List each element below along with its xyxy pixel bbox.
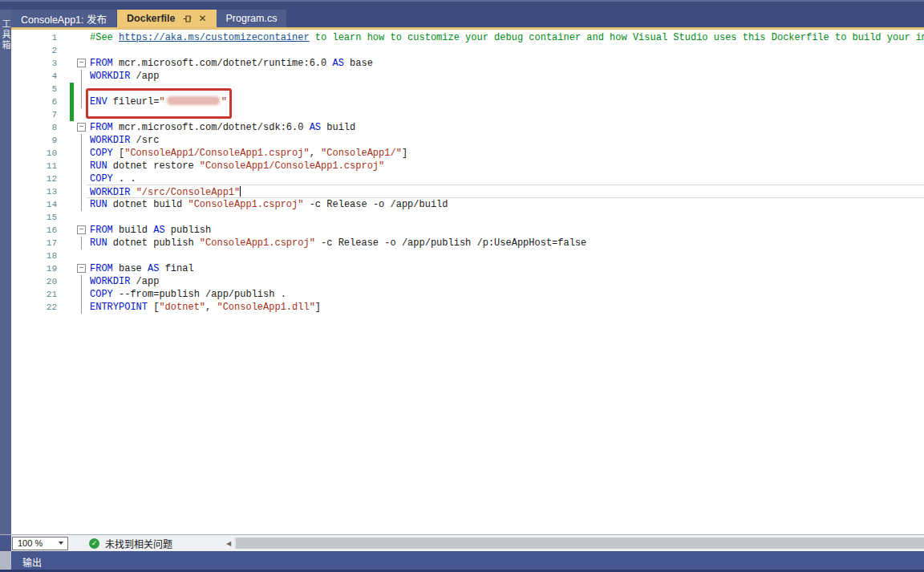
code-token: [	[113, 148, 124, 159]
code-text[interactable]: #See https://aka.ms/customizecontainer t…	[90, 32, 924, 43]
fold-toggle-icon[interactable]: −	[77, 264, 86, 273]
scrollbar-thumb[interactable]	[236, 538, 924, 549]
code-line[interactable]: 17RUN dotnet publish "ConsoleApp1.csproj…	[11, 237, 924, 249]
code-text[interactable]: RUN dotnet build "ConsoleApp1.csproj" -c…	[90, 199, 448, 210]
code-text[interactable]: COPY . .	[90, 173, 136, 185]
line-number: 5	[11, 84, 57, 94]
code-token: /src	[130, 135, 159, 146]
code-text[interactable]: FROM mcr.microsoft.com/dotnet/runtime:6.…	[90, 58, 373, 69]
code-text[interactable]: ENTRYPOINT ["dotnet", "ConsoleApp1.dll"]	[90, 302, 321, 313]
code-text[interactable]: FROM mcr.microsoft.com/dotnet/sdk:6.0 AS…	[90, 122, 355, 133]
outlining-margin	[71, 172, 90, 185]
code-token: ]	[315, 302, 321, 313]
fold-toggle-icon[interactable]: −	[77, 59, 86, 67]
code-line[interactable]: 22ENTRYPOINT ["dotnet", "ConsoleApp1.dll…	[11, 301, 924, 314]
code-token: "ConsoleApp1.csproj"	[200, 237, 315, 249]
code-token: [	[148, 302, 159, 313]
zoom-level-dropdown[interactable]: 100 %	[12, 537, 68, 550]
line-number: 7	[11, 110, 57, 120]
code-line[interactable]: 19−FROM base AS final	[11, 262, 924, 275]
tab-label: ConsoleApp1: 发布	[21, 11, 107, 26]
toolbox-vertical-label[interactable]: 工具箱	[0, 19, 11, 51]
outlining-margin: −	[71, 57, 90, 70]
outlining-margin	[71, 249, 90, 262]
code-text[interactable]: COPY --from=publish /app/publish .	[90, 289, 286, 300]
change-margin	[57, 134, 71, 147]
code-token: FROM	[90, 225, 113, 236]
code-token: AS	[310, 122, 321, 133]
code-text[interactable]: RUN dotnet publish "ConsoleApp1.csproj" …	[90, 237, 586, 249]
code-line[interactable]: 14RUN dotnet build "ConsoleApp1.csproj" …	[11, 198, 924, 211]
code-line[interactable]: 13WORKDIR "/src/ConsoleApp1"	[11, 185, 924, 198]
code-text[interactable]: FROM build AS publish	[90, 225, 211, 236]
document-health-indicator[interactable]: ✓ 未找到相关问题	[89, 537, 172, 550]
code-text[interactable]: RUN dotnet restore "ConsoleApp1/ConsoleA…	[90, 160, 384, 172]
code-token: COPY	[90, 148, 113, 159]
outlining-margin	[71, 275, 90, 288]
line-number: 21	[11, 290, 57, 299]
outlining-margin	[71, 301, 90, 314]
output-panel-title[interactable]: 输出	[22, 555, 42, 569]
code-text[interactable]: WORKDIR "/src/ConsoleApp1"	[90, 186, 241, 198]
tab-program-cs[interactable]: Program.cs	[217, 10, 287, 27]
code-line[interactable]: 10COPY ["ConsoleApp1/ConsoleApp1.csproj"…	[11, 147, 924, 160]
code-token: ,	[205, 302, 217, 313]
close-icon[interactable]: ✕	[198, 13, 206, 24]
output-panel-header[interactable]: 输出	[0, 551, 924, 572]
change-margin	[57, 172, 71, 185]
toolbox-side-strip[interactable]: 工具箱	[0, 10, 11, 551]
code-line[interactable]: 6ENV fileurl=""	[11, 95, 924, 108]
fold-toggle-icon[interactable]: −	[77, 225, 86, 234]
code-line[interactable]: 20WORKDIR /app	[11, 275, 924, 288]
code-token: FROM	[90, 263, 113, 274]
outlining-margin	[71, 198, 90, 211]
fold-toggle-icon[interactable]: −	[77, 123, 86, 132]
code-text[interactable]: FROM base AS final	[90, 263, 194, 274]
code-line[interactable]: 12COPY . .	[11, 172, 924, 185]
code-text[interactable]: WORKDIR /app	[90, 276, 159, 287]
outlining-margin: −	[71, 121, 90, 134]
pin-icon[interactable]	[183, 14, 192, 23]
code-token: /app	[130, 71, 159, 82]
code-text[interactable]: COPY ["ConsoleApp1/ConsoleApp1.csproj", …	[90, 148, 407, 159]
code-line[interactable]: 15	[11, 211, 924, 224]
code-line[interactable]: 1#See https://aka.ms/customizecontainer …	[11, 31, 924, 44]
tab-dockerfile[interactable]: Dockerfile ✕	[117, 10, 217, 27]
horizontal-scrollbar[interactable]: ◀	[223, 536, 924, 550]
scrollbar-track[interactable]	[234, 538, 924, 549]
outlining-margin: −	[71, 224, 90, 237]
code-token: build	[113, 225, 153, 236]
code-line[interactable]: 21COPY --from=publish /app/publish .	[11, 288, 924, 301]
tab-label: Program.cs	[226, 13, 278, 24]
outlining-margin	[71, 147, 90, 160]
code-text[interactable]: WORKDIR /src	[90, 135, 159, 146]
code-editor[interactable]: 1#See https://aka.ms/customizecontainer …	[11, 30, 924, 535]
code-token: AS	[148, 263, 159, 274]
change-margin	[57, 83, 71, 95]
code-line[interactable]: 18	[11, 249, 924, 262]
code-token: mcr.microsoft.com/dotnet/sdk:6.0	[113, 122, 310, 133]
code-line[interactable]: 8−FROM mcr.microsoft.com/dotnet/sdk:6.0 …	[11, 121, 924, 134]
highlight-red-box	[86, 88, 232, 119]
code-line[interactable]: 3−FROM mcr.microsoft.com/dotnet/runtime:…	[11, 57, 924, 70]
status-left-edge	[0, 535, 11, 551]
panel-corner	[0, 551, 11, 570]
chevron-down-icon	[59, 542, 63, 545]
text-cursor	[240, 186, 241, 197]
code-token: "ConsoleApp1/ConsoleApp1.csproj"	[200, 160, 384, 172]
code-line[interactable]: 11RUN dotnet restore "ConsoleApp1/Consol…	[11, 160, 924, 172]
code-line[interactable]: 2	[11, 44, 924, 57]
change-margin	[57, 198, 71, 211]
code-token: RUN	[90, 237, 107, 249]
code-line[interactable]: 4WORKDIR /app	[11, 70, 924, 83]
scroll-left-arrow-icon[interactable]: ◀	[223, 540, 234, 547]
tab-consoleapp1-publish[interactable]: ConsoleApp1: 发布	[11, 10, 116, 27]
change-margin	[57, 160, 71, 172]
line-number: 16	[11, 225, 57, 235]
line-number: 9	[11, 136, 57, 145]
change-margin	[57, 211, 71, 224]
code-text[interactable]: WORKDIR /app	[90, 71, 159, 82]
code-line[interactable]: 9WORKDIR /src	[11, 134, 924, 147]
code-token: --from=publish /app/publish .	[113, 289, 286, 300]
code-line[interactable]: 16−FROM build AS publish	[11, 224, 924, 237]
